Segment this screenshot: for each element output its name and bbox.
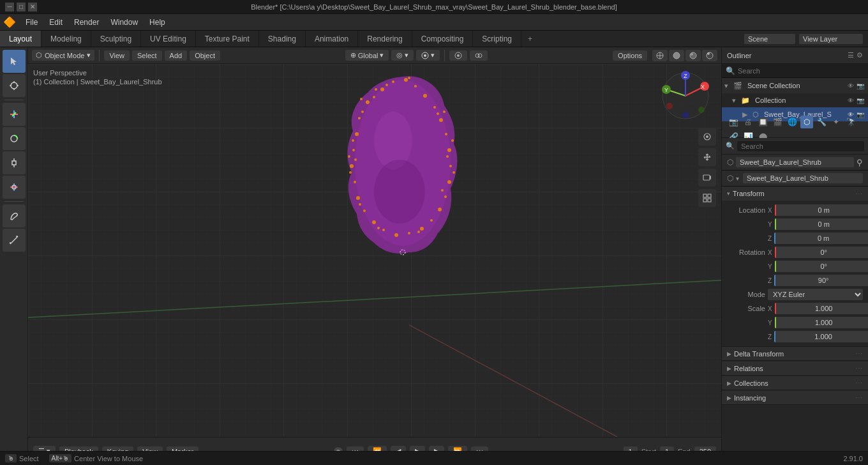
mesh-name-input[interactable] [743, 173, 863, 183]
rotation-x-field[interactable] [775, 247, 868, 258]
rotation-z-field[interactable] [774, 275, 868, 286]
render-props-button[interactable]: 📷 [727, 116, 740, 128]
snap-button[interactable]: ▾ [416, 50, 440, 61]
collection-visibility-button[interactable] [698, 189, 716, 207]
annotate-tool-button[interactable] [3, 204, 26, 227]
physics-props-button[interactable]: 🔭 [844, 116, 857, 128]
proportional-edit-button[interactable] [449, 50, 467, 61]
outliner-header: Outliner ☰ ⚙ [722, 47, 868, 64]
pan-view-button[interactable] [698, 148, 716, 166]
pin-star-icon[interactable]: ⚲ [857, 158, 863, 167]
instancing-section[interactable]: ▶ Instancing ··· [722, 391, 868, 405]
output-props-button[interactable]: 🖨 [742, 116, 754, 128]
tab-compositing[interactable]: Compositing [412, 31, 474, 47]
tab-layout[interactable]: Layout [0, 31, 41, 47]
location-y-field[interactable] [775, 218, 868, 230]
minimize-button[interactable]: ─ [5, 3, 14, 11]
transform-section-header[interactable]: ▾ Transform ··· [722, 187, 868, 201]
rotate-tool-button[interactable] [3, 127, 26, 150]
menu-help[interactable]: Help [144, 17, 170, 28]
scene-collection-expand-icon: ▾ [724, 82, 728, 90]
view-menu-button[interactable]: View [104, 50, 130, 61]
tab-scripting[interactable]: Scripting [473, 31, 521, 47]
outliner-search-input[interactable] [738, 67, 864, 75]
location-z-field[interactable] [774, 232, 868, 244]
scale-x-field[interactable] [775, 303, 868, 314]
rotation-z-row: Z 🔒 [722, 273, 868, 287]
menu-file[interactable]: File [20, 17, 43, 28]
add-workspace-button[interactable]: + [521, 31, 539, 47]
tab-texture-paint[interactable]: Texture Paint [196, 31, 259, 47]
transform-space-button[interactable]: ⊕ Global ▾ [345, 50, 389, 61]
move-tool-button[interactable] [3, 103, 26, 126]
add-menu-button[interactable]: Add [165, 50, 188, 61]
scene-collection-item[interactable]: ▾ 🎬 Scene Collection 👁 📷 [722, 78, 868, 93]
tab-shading[interactable]: Shading [259, 31, 306, 47]
menu-window[interactable]: Window [105, 17, 143, 28]
cursor-tool-button[interactable] [3, 74, 26, 97]
collections-section[interactable]: ▶ Collections ··· [722, 376, 868, 390]
maximize-button[interactable]: □ [17, 3, 26, 11]
scale-tool-button[interactable] [3, 151, 26, 174]
svg-point-47 [382, 229, 385, 231]
modifier-props-button[interactable]: 🔧 [815, 116, 828, 128]
options-button[interactable]: Options [613, 50, 647, 61]
menu-edit[interactable]: Edit [44, 17, 68, 28]
svg-point-61 [414, 85, 417, 88]
object-props-button[interactable]: ⬡ [800, 116, 813, 128]
properties-search-input[interactable] [737, 141, 864, 151]
snap-chevron-icon: ▾ [431, 51, 435, 59]
outliner-sort-button[interactable]: ⚙ [857, 51, 863, 59]
viewport-main[interactable]: User Perspective (1) Collection | Sweet_… [28, 64, 721, 437]
tab-rendering[interactable]: Rendering [358, 31, 412, 47]
rotation-mode-select[interactable]: XYZ Euler [768, 289, 863, 300]
relations-expand-icon: ▶ [727, 365, 731, 372]
view-layer-props-button[interactable]: 🔲 [756, 116, 769, 128]
tab-modeling[interactable]: Modeling [41, 31, 91, 47]
scale-y-field[interactable] [775, 317, 868, 328]
select-tool-button[interactable] [3, 50, 26, 73]
svg-point-46 [372, 220, 376, 224]
close-button[interactable]: ✕ [28, 3, 37, 11]
relations-section[interactable]: ▶ Relations ··· [722, 362, 868, 376]
select-menu-button[interactable]: Select [132, 50, 162, 61]
world-props-button[interactable]: 🌐 [786, 116, 798, 128]
menu-render[interactable]: Render [69, 17, 104, 28]
scene-render-icon[interactable]: 📷 [857, 82, 864, 89]
scene-selector[interactable] [744, 34, 795, 44]
collection-item[interactable]: ▾ 📁 Collection 👁 📷 [722, 93, 868, 107]
navigation-gizmo[interactable]: X Y Z [660, 70, 711, 121]
view-layer-selector[interactable] [799, 34, 863, 44]
delta-transform-section[interactable]: ▶ Delta Transform ··· [722, 347, 868, 361]
transform-label: Global [358, 52, 378, 59]
blender-logo-icon[interactable]: 🔶 [3, 15, 17, 29]
object-name-input[interactable] [736, 157, 854, 167]
overlay-button[interactable] [470, 50, 488, 61]
tab-animation[interactable]: Animation [306, 31, 358, 47]
wireframe-shading-button[interactable] [652, 50, 668, 61]
rot-mode-label: Mode [727, 291, 765, 298]
location-label: Location [727, 206, 765, 214]
scene-props-button[interactable]: 🎬 [771, 116, 784, 128]
particles-props-button[interactable]: ✦ [830, 116, 842, 128]
material-preview-button[interactable] [685, 50, 701, 61]
rotation-y-field[interactable] [775, 261, 868, 272]
rendered-shading-button[interactable] [702, 50, 717, 61]
location-x-field[interactable] [775, 204, 868, 216]
pivot-button[interactable]: ◎ ▾ [391, 50, 414, 61]
transform-tool-button[interactable] [3, 176, 26, 199]
collection-visibility-icon[interactable]: 👁 [848, 97, 854, 104]
tab-uv-editing[interactable]: UV Editing [141, 31, 196, 47]
scale-z-field[interactable] [774, 331, 868, 342]
measure-tool-button[interactable] [3, 229, 26, 252]
scene-visibility-icon[interactable]: 👁 [848, 82, 854, 89]
scale-z-label: Z [768, 333, 772, 340]
tab-sculpting[interactable]: Sculpting [91, 31, 141, 47]
solid-shading-button[interactable] [669, 50, 684, 61]
mode-dropdown-button[interactable]: ⬡ Object Mode ▾ [32, 50, 94, 61]
object-menu-button[interactable]: Object [190, 50, 220, 61]
zoom-to-fit-button[interactable] [698, 128, 716, 146]
camera-view-button[interactable] [698, 169, 716, 187]
collection-render-icon[interactable]: 📷 [857, 97, 864, 104]
outliner-filter-button[interactable]: ☰ [848, 51, 854, 59]
